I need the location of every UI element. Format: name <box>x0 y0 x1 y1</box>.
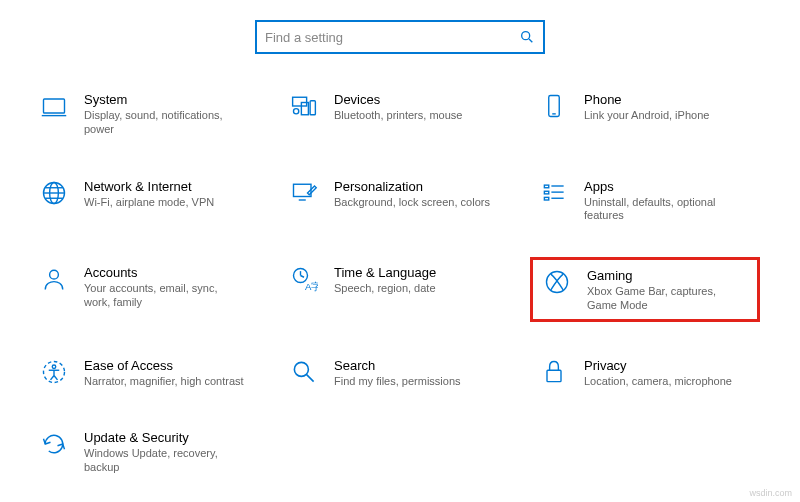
ease-of-access-icon <box>38 356 70 388</box>
category-privacy[interactable]: Privacy Location, camera, microphone <box>530 350 760 395</box>
category-title: Phone <box>584 92 709 107</box>
svg-rect-4 <box>293 97 307 106</box>
category-title: Personalization <box>334 179 490 194</box>
category-desc: Windows Update, recovery, backup <box>84 447 244 475</box>
category-desc: Link your Android, iPhone <box>584 109 709 123</box>
category-title: Ease of Access <box>84 358 244 373</box>
category-title: Privacy <box>584 358 732 373</box>
category-apps[interactable]: Apps Uninstall, defaults, optional featu… <box>530 171 760 230</box>
category-network[interactable]: Network & Internet Wi-Fi, airplane mode,… <box>30 171 260 230</box>
category-accounts[interactable]: Accounts Your accounts, email, sync, wor… <box>30 257 260 322</box>
svg-point-30 <box>52 365 56 369</box>
svg-text:A字: A字 <box>305 281 318 292</box>
svg-line-34 <box>54 375 58 379</box>
settings-grid: System Display, sound, notifications, po… <box>0 84 800 481</box>
svg-rect-37 <box>547 370 561 381</box>
svg-line-36 <box>307 374 314 381</box>
category-title: Update & Security <box>84 430 244 445</box>
globe-icon <box>38 177 70 209</box>
category-gaming[interactable]: Gaming Xbox Game Bar, captures, Game Mod… <box>530 257 760 322</box>
category-desc: Your accounts, email, sync, work, family <box>84 282 244 310</box>
svg-point-23 <box>50 270 59 279</box>
category-desc: Speech, region, date <box>334 282 436 296</box>
svg-rect-18 <box>544 191 548 194</box>
category-desc: Find my files, permissions <box>334 375 461 389</box>
svg-line-33 <box>51 375 55 379</box>
category-title: Accounts <box>84 265 244 280</box>
search-box[interactable] <box>255 20 545 54</box>
category-update-security[interactable]: Update & Security Windows Update, recove… <box>30 422 260 481</box>
category-ease-of-access[interactable]: Ease of Access Narrator, magnifier, high… <box>30 350 260 395</box>
search-icon <box>288 356 320 388</box>
category-title: System <box>84 92 244 107</box>
category-title: Network & Internet <box>84 179 214 194</box>
svg-rect-19 <box>544 197 548 200</box>
category-desc: Xbox Game Bar, captures, Game Mode <box>587 285 747 313</box>
svg-rect-5 <box>301 103 308 115</box>
category-time-language[interactable]: A字 Time & Language Speech, region, date <box>280 257 510 322</box>
person-icon <box>38 263 70 295</box>
search-input[interactable] <box>265 30 519 45</box>
lock-icon <box>538 356 570 388</box>
category-phone[interactable]: Phone Link your Android, iPhone <box>530 84 760 143</box>
category-personalization[interactable]: Personalization Background, lock screen,… <box>280 171 510 230</box>
category-search[interactable]: Search Find my files, permissions <box>280 350 510 395</box>
svg-line-1 <box>529 39 532 42</box>
svg-point-35 <box>294 362 308 376</box>
category-desc: Narrator, magnifier, high contrast <box>84 375 244 389</box>
category-desc: Bluetooth, printers, mouse <box>334 109 462 123</box>
category-desc: Wi-Fi, airplane mode, VPN <box>84 196 214 210</box>
category-system[interactable]: System Display, sound, notifications, po… <box>30 84 260 143</box>
svg-point-0 <box>522 32 530 40</box>
category-title: Apps <box>584 179 744 194</box>
svg-rect-2 <box>44 99 65 113</box>
category-desc: Display, sound, notifications, power <box>84 109 244 137</box>
category-title: Search <box>334 358 461 373</box>
update-icon <box>38 428 70 460</box>
svg-rect-6 <box>310 101 315 115</box>
time-language-icon: A字 <box>288 263 320 295</box>
system-icon <box>38 90 70 122</box>
category-desc: Uninstall, defaults, optional features <box>584 196 744 224</box>
xbox-icon <box>541 266 573 298</box>
category-desc: Location, camera, microphone <box>584 375 732 389</box>
devices-icon <box>288 90 320 122</box>
svg-rect-17 <box>544 185 548 188</box>
category-title: Time & Language <box>334 265 436 280</box>
category-title: Devices <box>334 92 462 107</box>
svg-point-7 <box>294 109 299 114</box>
category-devices[interactable]: Devices Bluetooth, printers, mouse <box>280 84 510 143</box>
phone-icon <box>538 90 570 122</box>
svg-line-26 <box>301 276 305 278</box>
apps-icon <box>538 177 570 209</box>
search-icon <box>519 29 535 45</box>
category-title: Gaming <box>587 268 747 283</box>
category-desc: Background, lock screen, colors <box>334 196 490 210</box>
watermark: wsdin.com <box>749 488 792 498</box>
personalization-icon <box>288 177 320 209</box>
